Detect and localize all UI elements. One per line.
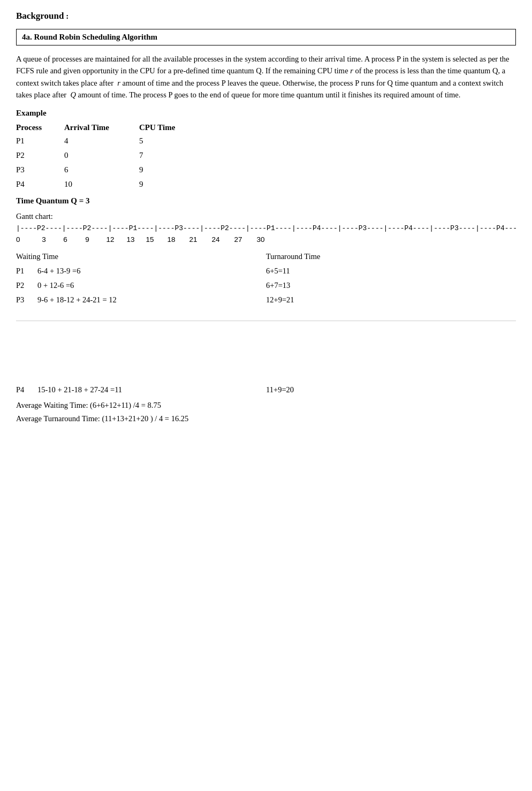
avg-waiting-text: Average Waiting Time: (6+6+12+11) /4 = 8… [16,401,161,409]
waiting-row-p2: P2 0 + 12-6 =6 [16,281,266,290]
algorithm-title: 4a. Round Robin Scheduling Algorithm [22,33,157,41]
process-name-p2: P2 [16,151,64,160]
gantt-numbers: 0 3 6 9 12 13 15 18 21 24 27 30 [16,235,516,244]
table-row: P3 6 9 [16,165,516,174]
turnaround-time-section: Turnaround Time 6+5=11 6+7=13 12+9=21 [266,252,516,310]
tt-formula-p3: 12+9=21 [266,295,516,305]
time-quantum: Time Quantum Q = 3 [16,196,516,206]
col-header-arrival: Arrival Time [64,123,139,132]
p4-turnaround-formula: 11+9=20 [266,385,294,394]
calculations-section: Waiting Time P1 6-4 + 13-9 =6 P2 0 + 12-… [16,252,516,310]
turnaround-time-label: Turnaround Time [266,252,320,261]
table-row: P2 0 7 [16,151,516,160]
divider [16,321,516,321]
process-name-p4: P4 [16,180,64,189]
cpu-p1: 5 [139,136,203,146]
process-name-p1: P1 [16,136,64,146]
tt-formula-p1: 6+5=11 [266,267,516,276]
p4-waiting-section: P4 15-10 + 21-18 + 27-24 =11 [16,385,266,394]
gantt-num-12: 12 [98,235,122,244]
waiting-row-p3: P3 9-6 + 18-12 + 24-21 = 12 [16,295,266,305]
wt-formula-p2: 0 + 12-6 =6 [37,281,266,290]
background-section: Background : [16,11,516,21]
col-header-process: Process [16,123,64,132]
wt-process-p2: P2 [16,281,37,290]
example-title: Example [16,109,516,118]
arrival-p4: 10 [64,180,139,189]
background-title: Background [16,11,64,21]
waiting-time-header: Waiting Time [16,252,266,261]
gantt-num-27: 27 [227,235,249,244]
gantt-num-9: 9 [76,235,98,244]
gantt-num-24: 24 [204,235,227,244]
process-table: Process Arrival Time CPU Time P1 4 5 P2 … [16,123,516,189]
gantt-num-18: 18 [161,235,182,244]
turnaround-row-p1: 6+5=11 [266,267,516,276]
turnaround-row-p2: 6+7=13 [266,281,516,290]
p4-turnaround-section: 11+9=20 [266,385,516,394]
gantt-label: Gantt chart: [16,212,516,221]
gantt-num-6: 6 [55,235,76,244]
page-content: Background : 4a. Round Robin Scheduling … [0,0,532,449]
p4-waiting-formula: 15-10 + 21-18 + 27-24 =11 [37,385,122,394]
gantt-num-30: 30 [249,235,272,244]
process-name-p3: P3 [16,165,64,174]
waiting-row-p1: P1 6-4 + 13-9 =6 [16,267,266,276]
gantt-num-0: 0 [16,235,33,244]
wt-formula-p3: 9-6 + 18-12 + 24-21 = 12 [37,295,266,305]
cpu-p2: 7 [139,151,203,160]
gantt-num-21: 21 [182,235,204,244]
gantt-chart: |----P2----|----P2----|----P1----|----P3… [16,224,516,232]
gantt-num-15: 15 [139,235,161,244]
cpu-p3: 9 [139,165,203,174]
table-header-row: Process Arrival Time CPU Time [16,123,516,132]
wt-formula-p1: 6-4 + 13-9 =6 [37,267,266,276]
avg-turnaround-text: Average Turnaround Time: (11+13+21+20 ) … [16,414,188,423]
avg-waiting-time: Average Waiting Time: (6+6+12+11) /4 = 8… [16,401,516,410]
turnaround-time-header: Turnaround Time [266,252,516,261]
wt-process-p1: P1 [16,267,37,276]
algorithm-description: A queue of processes are maintained for … [16,53,516,101]
background-colon: : [64,12,69,20]
turnaround-row-p3: 12+9=21 [266,295,516,305]
arrival-p2: 0 [64,151,139,160]
col-header-cpu: CPU Time [139,123,203,132]
table-row: P4 10 9 [16,180,516,189]
wt-process-p3: P3 [16,295,37,305]
p4-section: P4 15-10 + 21-18 + 27-24 =11 11+9=20 Ave… [16,385,516,423]
gantt-num-3: 3 [33,235,55,244]
algorithm-box: 4a. Round Robin Scheduling Algorithm [16,29,516,45]
avg-turnaround-time: Average Turnaround Time: (11+13+21+20 ) … [16,414,516,423]
table-row: P1 4 5 [16,136,516,146]
p4-row: P4 15-10 + 21-18 + 27-24 =11 11+9=20 [16,385,516,394]
gantt-num-13: 13 [122,235,139,244]
tt-formula-p2: 6+7=13 [266,281,516,290]
waiting-time-section: Waiting Time P1 6-4 + 13-9 =6 P2 0 + 12-… [16,252,266,310]
waiting-time-label: Waiting Time [16,252,58,261]
arrival-p1: 4 [64,136,139,146]
arrival-p3: 6 [64,165,139,174]
cpu-p4: 9 [139,180,203,189]
p4-process-label: P4 [16,385,37,394]
